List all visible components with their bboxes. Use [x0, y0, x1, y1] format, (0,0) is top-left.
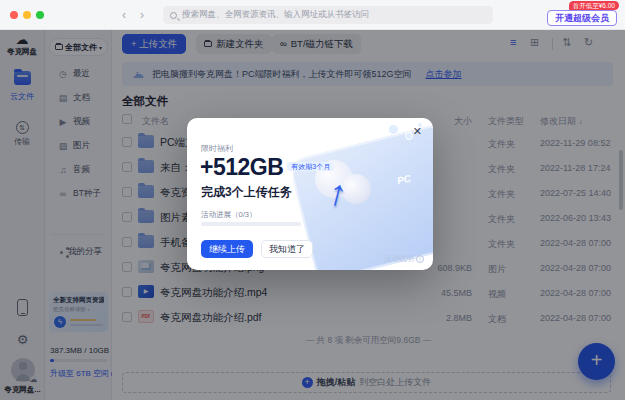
- task-progress-track: [201, 222, 301, 226]
- close-icon[interactable]: ✕: [413, 125, 422, 138]
- got-it-button[interactable]: 我知道了: [261, 240, 313, 258]
- progress-label: 活动进展（0/3）: [201, 210, 256, 220]
- upload-illustration: ↑ PC 活动说明i: [293, 118, 433, 270]
- close-window-button[interactable]: [10, 11, 18, 19]
- activity-info-link[interactable]: 活动说明i: [384, 254, 424, 264]
- back-icon[interactable]: ‹: [122, 8, 126, 22]
- continue-upload-button[interactable]: 继续上传: [201, 240, 253, 258]
- upload-reward-modal: ✕ 限时福利 +512GB有效期3个月 完成3个上传任务 活动进展（0/3） 继…: [187, 118, 433, 270]
- info-icon: i: [416, 255, 424, 263]
- bubble-decoration: [388, 124, 399, 135]
- modal-tag: 限时福利: [201, 143, 233, 154]
- titlebar: ‹ › 搜索网盘、全网资源资讯、输入网址或从书签访问 首开低至¥6.00 开通超…: [0, 0, 625, 30]
- maximize-window-button[interactable]: [36, 11, 44, 19]
- minimize-window-button[interactable]: [23, 11, 31, 19]
- open-super-vip-button[interactable]: 开通超级会员: [547, 10, 617, 26]
- search-icon: [170, 12, 177, 19]
- validity-badge: 有效期3个月: [287, 162, 334, 171]
- vip-price-badge: 首开低至¥6.00: [569, 1, 619, 10]
- reward-headline: +512GB: [200, 154, 283, 180]
- forward-icon[interactable]: ›: [140, 8, 144, 22]
- search-placeholder: 搜索网盘、全网资源资讯、输入网址或从书签访问: [182, 9, 369, 21]
- search-input[interactable]: 搜索网盘、全网资源资讯、输入网址或从书签访问: [163, 6, 493, 24]
- task-subtitle: 完成3个上传任务: [201, 184, 292, 201]
- app-window: ‹ › 搜索网盘、全网资源资讯、输入网址或从书签访问 首开低至¥6.00 开通超…: [0, 0, 625, 400]
